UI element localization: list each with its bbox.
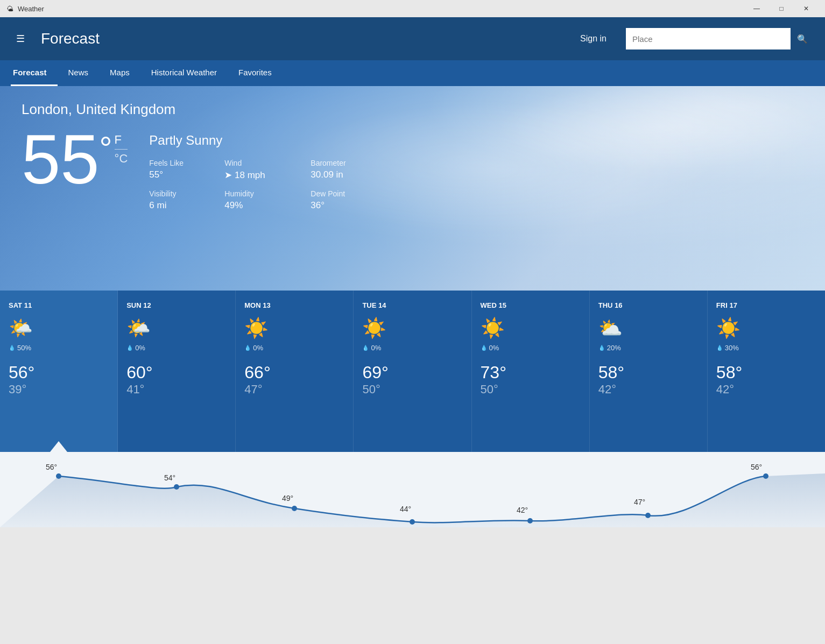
chart-label-4: 42°	[517, 506, 528, 514]
barometer-value: 30.09 in	[311, 169, 397, 180]
svg-point-5	[645, 513, 651, 518]
nav-item-maps[interactable]: Maps	[99, 60, 140, 86]
app-title: Forecast	[41, 30, 569, 47]
title-bar-controls: — □ ✕	[744, 0, 819, 17]
day-icon: ☀️	[716, 317, 816, 339]
weather-details: Feels Like 55° Wind ➤ 18 mph Barometer 3…	[149, 159, 397, 211]
app-header: ☰ Forecast Sign in 🔍	[0, 17, 825, 60]
visibility-value: 6 mi	[149, 200, 224, 211]
svg-point-2	[292, 506, 297, 511]
svg-point-0	[56, 473, 61, 479]
visibility-label: Visibility	[149, 189, 224, 198]
search-button[interactable]: 🔍	[791, 28, 814, 49]
visibility: Visibility 6 mi	[149, 189, 224, 211]
forecast-day-1[interactable]: SUN 12 🌤️ 💧 0% 60° 41°	[118, 291, 236, 452]
temp-scale: F °C	[115, 133, 128, 166]
precip-dot: 💧	[598, 345, 605, 351]
hero-section: London, United Kingdom 55 ° F °C Partly …	[0, 86, 825, 291]
precip-dot: 💧	[244, 345, 251, 351]
dew-point-value: 36°	[311, 200, 397, 211]
high-temp: 66°	[244, 363, 344, 383]
wind-label: Wind	[224, 159, 311, 167]
nav-item-favorites[interactable]: Favorites	[228, 60, 283, 86]
chart-svg	[0, 452, 825, 527]
dew-point: Dew Point 36°	[311, 189, 397, 211]
day-name: MON 13	[244, 301, 344, 309]
precip-dot: 💧	[126, 345, 133, 351]
chart-label-0: 56°	[46, 463, 57, 471]
precip: 💧 20%	[598, 344, 699, 352]
high-temp: 73°	[481, 363, 581, 383]
chart-arrow	[50, 441, 67, 452]
forecast-day-0[interactable]: SAT 11 🌤️ 💧 50% 56° 39°	[0, 291, 118, 452]
precip-value: 0%	[253, 344, 263, 352]
precip: 💧 30%	[716, 344, 816, 352]
nav-item-historical-weather[interactable]: Historical Weather	[140, 60, 228, 86]
svg-point-4	[527, 518, 533, 523]
temp-chart: 56° 54° 49° 44° 42° 47° 56°	[0, 452, 825, 527]
hamburger-menu[interactable]: ☰	[11, 33, 30, 45]
forecast-day-4[interactable]: WED 15 ☀️ 💧 0% 73° 50°	[472, 291, 590, 452]
low-temp: 42°	[598, 383, 699, 397]
low-temp: 50°	[481, 383, 581, 397]
low-temp: 50°	[362, 383, 462, 397]
forecast-day-5[interactable]: THU 16 ⛅ 💧 20% 58° 42°	[590, 291, 708, 452]
feels-like-label: Feels Like	[149, 159, 224, 167]
search-input[interactable]	[626, 34, 791, 44]
app-icon: 🌤	[6, 5, 13, 13]
degree-symbol: °	[100, 130, 112, 167]
precip-dot: 💧	[481, 345, 487, 351]
wind-value: ➤ 18 mph	[224, 169, 311, 181]
high-temp: 58°	[716, 363, 816, 383]
chart-label-3: 44°	[400, 505, 411, 513]
precip-value: 20%	[607, 344, 621, 352]
scale-c[interactable]: °C	[115, 152, 128, 166]
maximize-button[interactable]: □	[769, 0, 794, 17]
hero-content: London, United Kingdom 55 ° F °C Partly …	[22, 101, 803, 211]
close-button[interactable]: ✕	[794, 0, 819, 17]
chart-label-6: 56°	[751, 463, 762, 471]
weather-description: Partly Sunny Feels Like 55° Wind ➤ 18 mp…	[149, 133, 397, 211]
minimize-button[interactable]: —	[744, 0, 769, 17]
forecast-day-3[interactable]: TUE 14 ☀️ 💧 0% 69° 50°	[354, 291, 471, 452]
day-name: SUN 12	[126, 301, 227, 309]
precip: 💧 0%	[481, 344, 581, 352]
day-icon: 🌤️	[126, 317, 227, 339]
svg-point-6	[763, 473, 768, 479]
precip-dot: 💧	[362, 345, 369, 351]
humidity-value: 49%	[224, 200, 311, 211]
location: London, United Kingdom	[22, 101, 803, 118]
forecast-day-6[interactable]: FRI 17 ☀️ 💧 30% 58° 42°	[708, 291, 825, 452]
humidity: Humidity 49%	[224, 189, 311, 211]
precip-value: 30%	[725, 344, 739, 352]
chart-label-2: 49°	[282, 494, 293, 503]
nav-item-forecast[interactable]: Forecast	[11, 60, 58, 86]
barometer-label: Barometer	[311, 159, 397, 167]
day-name: SAT 11	[9, 301, 109, 309]
precip-value: 0%	[489, 344, 499, 352]
precip: 💧 50%	[9, 344, 109, 352]
temperature: 55	[22, 124, 100, 194]
chart-label-1: 54°	[164, 473, 175, 482]
sign-in-button[interactable]: Sign in	[580, 34, 607, 44]
low-temp: 42°	[716, 383, 816, 397]
precip-dot: 💧	[9, 345, 15, 351]
day-icon: ☀️	[362, 317, 462, 339]
barometer: Barometer 30.09 in	[311, 159, 397, 181]
search-icon: 🔍	[797, 34, 808, 44]
scale-divider	[115, 149, 128, 150]
precip: 💧 0%	[126, 344, 227, 352]
forecast-day-2[interactable]: MON 13 ☀️ 💧 0% 66° 47°	[236, 291, 354, 452]
scale-f[interactable]: F	[115, 133, 128, 147]
day-name: FRI 17	[716, 301, 816, 309]
precip-dot: 💧	[716, 345, 723, 351]
feels-like-value: 55°	[149, 169, 224, 180]
forecast-strip: SAT 11 🌤️ 💧 50% 56° 39° SUN 12 🌤️ 💧 0% 6…	[0, 291, 825, 452]
nav-item-news[interactable]: News	[58, 60, 100, 86]
svg-point-1	[174, 484, 179, 490]
high-temp: 60°	[126, 363, 227, 383]
app-name: Weather	[18, 5, 44, 13]
title-bar: 🌤 Weather — □ ✕	[0, 0, 825, 17]
high-temp: 58°	[598, 363, 699, 383]
search-box: 🔍	[626, 28, 814, 49]
